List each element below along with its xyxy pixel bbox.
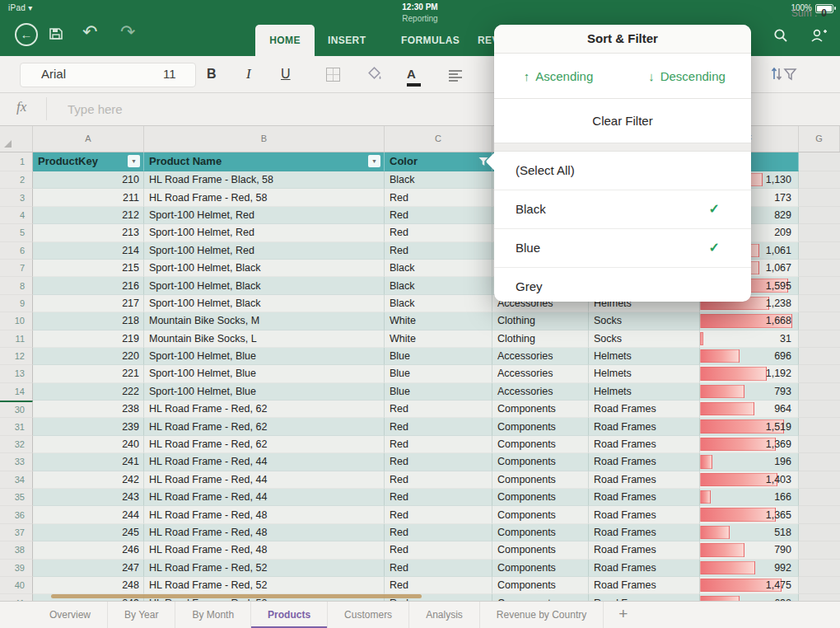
cell-product-name[interactable]: Sport-100 Helmet, Red <box>144 207 385 224</box>
cell-subcategory[interactable]: Road Frames <box>589 401 700 418</box>
filter-option-black[interactable]: Black✓ <box>494 190 751 228</box>
outside-cell[interactable] <box>799 365 840 382</box>
cell-value[interactable]: 1,668 <box>700 312 799 330</box>
cell-product-name[interactable]: Mountain Bike Socks, M <box>144 312 385 330</box>
row-number[interactable]: 9 <box>0 295 33 312</box>
cell-subcategory[interactable]: Road Frames <box>589 506 700 523</box>
row-number[interactable]: 34 <box>0 471 33 489</box>
cell-subcategory[interactable]: Road Frames <box>589 489 700 506</box>
cell-productkey[interactable]: 215 <box>33 260 144 277</box>
sheet-tab-by-month[interactable]: By Month <box>175 602 251 628</box>
cell-product-name[interactable]: HL Road Frame - Red, 48 <box>144 541 385 559</box>
cell-subcategory[interactable]: Helmets <box>589 383 700 401</box>
clear-filter-button[interactable]: Clear Filter <box>494 99 751 143</box>
cell-product-name[interactable]: HL Road Frame - Red, 52 <box>144 577 385 594</box>
cell-color[interactable]: Blue <box>385 348 492 365</box>
sheet-tab-overview[interactable]: Overview <box>33 602 108 628</box>
cell-product-name[interactable]: HL Road Frame - Red, 62 <box>144 436 385 453</box>
filter-dropdown-icon[interactable]: ▼ <box>368 155 380 167</box>
underline-button[interactable]: U <box>281 56 291 92</box>
cell-color[interactable]: Red <box>385 242 492 260</box>
outside-cell[interactable] <box>799 295 840 312</box>
cell-color[interactable]: Red <box>385 453 492 471</box>
outside-cell[interactable] <box>799 506 840 523</box>
cell-color[interactable]: Black <box>385 295 492 312</box>
outside-cell[interactable] <box>799 541 840 559</box>
cell-productkey[interactable]: 240 <box>33 436 144 453</box>
search-icon[interactable] <box>772 27 789 44</box>
outside-cell[interactable] <box>799 330 840 348</box>
cell-category[interactable]: Components <box>492 489 589 506</box>
outside-cell[interactable] <box>799 489 840 506</box>
cell-category[interactable]: Components <box>492 436 589 453</box>
cell-color[interactable]: Black <box>385 171 492 189</box>
bold-button[interactable]: B <box>207 56 217 92</box>
row-number[interactable]: 7 <box>0 260 33 277</box>
outside-cell[interactable] <box>799 401 840 418</box>
cell-product-name[interactable]: Sport-100 Helmet, Black <box>144 295 385 312</box>
cell-category[interactable]: Components <box>492 541 589 559</box>
cell-product-name[interactable]: Sport-100 Helmet, Red <box>144 242 385 260</box>
cell-color[interactable]: Red <box>385 524 492 541</box>
cell-value[interactable]: 793 <box>700 383 799 401</box>
outside-cell[interactable] <box>799 594 840 601</box>
cell-subcategory[interactable]: Road Frames <box>589 577 700 594</box>
row-number[interactable]: 1 <box>0 152 33 171</box>
cell-product-name[interactable]: HL Road Frame - Red, 52 <box>144 560 385 577</box>
cell-category[interactable]: Components <box>492 594 589 601</box>
row-number[interactable]: 37 <box>0 524 33 541</box>
cell-productkey[interactable]: 221 <box>33 365 144 382</box>
cell-product-name[interactable]: Sport-100 Helmet, Black <box>144 277 385 294</box>
header-color[interactable]: Color <box>385 152 492 171</box>
borders-icon[interactable] <box>326 68 340 82</box>
row-number[interactable]: 14 <box>0 383 33 401</box>
outside-cell[interactable] <box>799 277 840 294</box>
cell-color[interactable]: Red <box>385 541 492 559</box>
row-number[interactable]: 41 <box>0 594 33 601</box>
cell-value[interactable]: 31 <box>700 330 799 348</box>
row-number[interactable]: 30 <box>0 401 33 418</box>
sort-filter-button[interactable] <box>771 66 799 82</box>
sheet-tab-analysis[interactable]: Analysis <box>409 602 480 628</box>
row-number[interactable]: 8 <box>0 277 33 294</box>
sheet-tab-by-year[interactable]: By Year <box>108 602 175 628</box>
cell-product-name[interactable]: Mountain Bike Socks, L <box>144 330 385 348</box>
cell-color[interactable]: Black <box>385 260 492 277</box>
outside-cell[interactable] <box>799 453 840 471</box>
cell-color[interactable]: Red <box>385 401 492 418</box>
cell-category[interactable]: Accessories <box>492 365 589 382</box>
italic-button[interactable]: I <box>246 56 251 92</box>
row-number[interactable]: 12 <box>0 348 33 365</box>
tab-home[interactable]: HOME <box>255 25 315 56</box>
cell-color[interactable]: Red <box>385 436 492 453</box>
outside-cell[interactable] <box>799 577 840 594</box>
outside-cell[interactable] <box>799 171 840 189</box>
cell-productkey[interactable]: 210 <box>33 171 144 189</box>
cell-product-name[interactable]: HL Road Frame - Red, 62 <box>144 418 385 435</box>
cell-productkey[interactable]: 213 <box>33 224 144 241</box>
cell-subcategory[interactable]: Road Frames <box>589 594 700 601</box>
sheet-tab-revenue-by-country[interactable]: Revenue by Country <box>480 602 604 628</box>
cell-productkey[interactable]: 216 <box>33 277 144 294</box>
font-color-icon[interactable]: A <box>407 59 421 95</box>
font-name[interactable]: Arial <box>41 56 66 92</box>
add-person-icon[interactable] <box>809 27 828 44</box>
cell-category[interactable]: Clothing <box>492 312 589 330</box>
row-number[interactable]: 3 <box>0 189 33 206</box>
cell-color[interactable]: White <box>385 330 492 348</box>
row-number[interactable]: 40 <box>0 577 33 594</box>
outside-cell[interactable] <box>799 312 840 330</box>
cell-color[interactable]: Blue <box>385 383 492 401</box>
outside-cell[interactable] <box>799 436 840 453</box>
cell-productkey[interactable]: 245 <box>33 524 144 541</box>
cell-value[interactable]: 1,369 <box>700 436 799 453</box>
redo-button[interactable]: ↷ <box>120 21 135 43</box>
cell-category[interactable]: Components <box>492 401 589 418</box>
cell-product-name[interactable]: Sport-100 Helmet, Black <box>144 260 385 277</box>
column-letter-C[interactable]: C <box>385 125 492 152</box>
cell-subcategory[interactable]: Helmets <box>589 348 700 365</box>
cell-color[interactable]: Red <box>385 189 492 206</box>
outside-cell[interactable] <box>799 560 840 577</box>
row-number[interactable]: 13 <box>0 365 33 382</box>
sort-descending-button[interactable]: ↓ Descending <box>623 54 751 98</box>
